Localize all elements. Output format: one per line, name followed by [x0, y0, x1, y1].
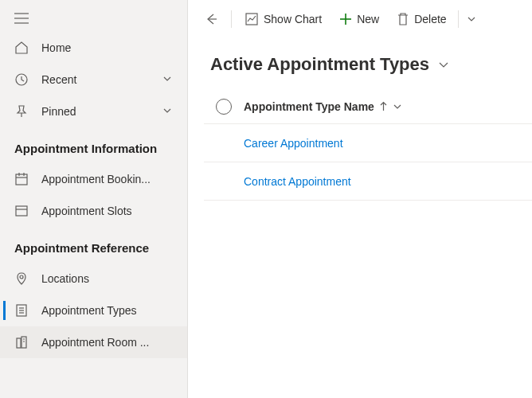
- svg-rect-15: [17, 338, 21, 348]
- new-button[interactable]: New: [331, 5, 387, 33]
- sidebar-group-appointment-information: Appointment Information: [0, 127, 187, 163]
- list-icon: [14, 303, 29, 318]
- svg-rect-16: [22, 337, 26, 348]
- calendar-icon: [14, 172, 29, 186]
- building-icon: [14, 335, 29, 349]
- show-chart-button[interactable]: Show Chart: [237, 5, 330, 33]
- clock-icon: [14, 72, 29, 87]
- trash-icon: [397, 12, 409, 26]
- sidebar-item-locations[interactable]: Locations: [0, 263, 187, 295]
- back-button[interactable]: [196, 5, 226, 33]
- data-grid: Appointment Type Name Career Appointment…: [188, 89, 532, 201]
- select-all-cell[interactable]: [204, 99, 244, 115]
- view-selector[interactable]: Active Appointment Types: [188, 38, 532, 89]
- delete-button[interactable]: Delete: [389, 5, 454, 33]
- show-chart-label: Show Chart: [264, 13, 322, 25]
- sidebar-item-label: Recent: [41, 73, 162, 86]
- sidebar-group-appointment-reference: Appointment Reference: [0, 227, 187, 263]
- table-row[interactable]: Contract Appointment: [204, 162, 532, 201]
- sidebar-item-appointment-types[interactable]: Appointment Types: [0, 295, 187, 326]
- slots-icon: [14, 204, 29, 218]
- record-link[interactable]: Contract Appointment: [244, 175, 351, 188]
- page-title: Active Appointment Types: [210, 54, 429, 75]
- hamburger-icon: [14, 13, 29, 24]
- back-arrow-icon: [204, 12, 218, 26]
- chevron-down-icon: [467, 14, 476, 24]
- svg-rect-4: [16, 174, 27, 185]
- sidebar-item-appointment-slots[interactable]: Appointment Slots: [0, 195, 187, 227]
- chevron-down-icon: [437, 58, 450, 71]
- column-header-label: Appointment Type Name: [244, 100, 374, 113]
- grid-header-row: Appointment Type Name: [204, 89, 532, 124]
- sidebar-item-label: Appointment Room ...: [41, 336, 174, 349]
- sidebar-item-label: Appointment Types: [41, 304, 174, 317]
- sidebar-item-label: Appointment Bookin...: [41, 173, 174, 185]
- column-header-name[interactable]: Appointment Type Name: [244, 100, 532, 113]
- svg-rect-8: [16, 206, 27, 216]
- sidebar-item-home[interactable]: Home: [0, 32, 187, 64]
- svg-point-10: [20, 275, 23, 279]
- delete-split-button: Delete: [389, 5, 480, 33]
- delete-label: Delete: [414, 13, 446, 25]
- chevron-down-icon: [393, 102, 402, 111]
- chevron-down-icon: [162, 73, 174, 87]
- select-all-circle-icon: [216, 99, 232, 115]
- sidebar-item-label: Home: [41, 41, 174, 54]
- sidebar-item-appointment-room[interactable]: Appointment Room ...: [0, 326, 187, 358]
- record-link[interactable]: Career Appointment: [244, 137, 343, 150]
- hamburger-button[interactable]: [0, 5, 187, 32]
- plus-icon: [339, 13, 352, 25]
- delete-dropdown-button[interactable]: [462, 5, 481, 33]
- command-bar: Show Chart New Delete: [188, 0, 532, 38]
- sidebar-item-appointment-booking[interactable]: Appointment Bookin...: [0, 163, 187, 195]
- table-row[interactable]: Career Appointment: [204, 124, 532, 162]
- sidebar-item-label: Appointment Slots: [41, 205, 174, 217]
- sidebar-item-pinned[interactable]: Pinned: [0, 96, 187, 127]
- sidebar-item-label: Locations: [41, 272, 174, 285]
- main-content: Show Chart New Delete Active Appointment…: [188, 0, 532, 398]
- sidebar-item-recent[interactable]: Recent: [0, 64, 187, 96]
- new-label: New: [357, 13, 379, 25]
- divider: [231, 10, 232, 28]
- sidebar: Home Recent Pinned Appointment Informati…: [0, 0, 188, 398]
- sidebar-item-label: Pinned: [41, 105, 162, 118]
- sort-asc-icon: [379, 101, 388, 112]
- location-icon: [14, 271, 29, 286]
- divider: [458, 10, 459, 28]
- pin-icon: [14, 104, 29, 119]
- chevron-down-icon: [162, 105, 174, 119]
- chart-icon: [244, 12, 259, 26]
- home-icon: [14, 41, 29, 55]
